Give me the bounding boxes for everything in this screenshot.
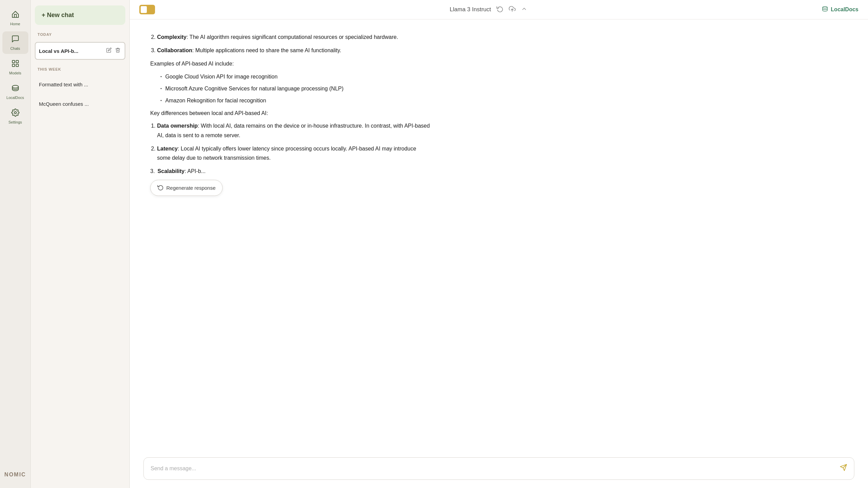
chat-item-actions: [106, 47, 121, 55]
bullet-item-google-text: Google Cloud Vision API for image recogn…: [165, 74, 278, 80]
message-input[interactable]: [151, 465, 840, 472]
regenerate-container: Regenerate response: [150, 180, 430, 196]
send-button[interactable]: [840, 464, 847, 473]
bullet-item-amazon-text: Amazon Rekognition for facial recognitio…: [165, 98, 266, 103]
regenerate-button[interactable]: Regenerate response: [150, 180, 223, 196]
chat-item-title: McQueen confuses ...: [39, 101, 121, 107]
regenerate-label: Regenerate response: [166, 185, 215, 191]
new-chat-button[interactable]: + New chat: [35, 5, 125, 25]
nav-item-models[interactable]: Models: [2, 56, 28, 78]
sidebar: + New chat TODAY Local vs API-b... THIS …: [31, 0, 130, 488]
chat-content: Complexity: The AI algorithm requires si…: [130, 19, 868, 452]
database-icon: [822, 6, 828, 14]
today-section-label: TODAY: [35, 31, 125, 38]
nav-label-home: Home: [10, 22, 20, 26]
latency-text: : Local AI typically offers lower latenc…: [157, 146, 416, 161]
api-examples-intro: Examples of API-based AI include:: [150, 59, 430, 68]
bullet-item-azure: Microsoft Azure Cognitive Services for n…: [160, 84, 430, 93]
key-diff-list: Data ownership: With local AI, data rema…: [157, 121, 430, 162]
left-navigation: Home Chats Models Local: [0, 0, 31, 488]
chat-item-title: Formatted text with ...: [39, 82, 121, 87]
chat-item-mcqueen[interactable]: McQueen confuses ...: [35, 96, 125, 112]
bullet-item-azure-text: Microsoft Azure Cognitive Services for n…: [165, 86, 344, 91]
latency-bold: Latency: [157, 146, 178, 152]
regenerate-icon: [157, 184, 164, 191]
data-ownership-text: : With local AI, data remains on the dev…: [157, 123, 430, 138]
partial-text: Scalability: API-b...: [157, 167, 206, 176]
chat-item-formatted-text[interactable]: Formatted text with ...: [35, 77, 125, 92]
scalability-text: : API-b...: [185, 168, 206, 174]
list-item-collaboration: Collaboration: Multiple applications nee…: [157, 46, 430, 55]
collaboration-text: : Multiple applications need to share th…: [192, 47, 341, 53]
nav-label-localdocs: LocalDocs: [6, 96, 24, 100]
chevron-icon[interactable]: [521, 6, 527, 14]
delete-icon[interactable]: [114, 47, 121, 55]
svg-rect-0: [12, 60, 15, 63]
input-container: [143, 457, 854, 480]
this-week-section-label: THIS WEEK: [35, 66, 125, 73]
key-diff-intro: Key differences between local and API-ba…: [150, 109, 430, 118]
main-content: Llama 3 Instruct: [130, 0, 868, 488]
bullet-item-amazon: Amazon Rekognition for facial recognitio…: [160, 96, 430, 105]
numbered-list-top: Complexity: The AI algorithm requires si…: [157, 32, 430, 55]
localdocs-icon: [11, 84, 19, 94]
nav-item-home[interactable]: Home: [2, 7, 28, 29]
edit-icon[interactable]: [106, 47, 112, 55]
scalability-bold: Scalability: [157, 168, 184, 174]
toggle-button[interactable]: [139, 5, 155, 14]
list-item-complexity: Complexity: The AI algorithm requires si…: [157, 32, 430, 42]
chats-icon: [11, 35, 19, 45]
content-area: Complexity: The AI algorithm requires si…: [150, 32, 430, 196]
partial-item-row: 3. Scalability: API-b...: [150, 167, 430, 176]
nav-item-chats[interactable]: Chats: [2, 31, 28, 54]
refresh-icon[interactable]: [496, 5, 503, 14]
bullet-item-google: Google Cloud Vision API for image recogn…: [160, 72, 430, 81]
partial-num: 3.: [150, 167, 155, 176]
chat-item-local-vs-api[interactable]: Local vs API-b...: [35, 42, 125, 60]
models-icon: [11, 59, 19, 70]
nav-item-settings[interactable]: Settings: [2, 105, 28, 128]
api-examples-list: Google Cloud Vision API for image recogn…: [160, 72, 430, 105]
nomic-logo: NOMIC: [4, 472, 26, 481]
input-area: [130, 452, 868, 488]
partial-item-area: 3. Scalability: API-b... Regenerate resp…: [150, 167, 430, 196]
home-icon: [11, 10, 19, 20]
settings-icon: [11, 109, 19, 119]
chat-item-title: Local vs API-b...: [39, 48, 106, 54]
nav-label-models: Models: [9, 71, 21, 75]
list-item-latency: Latency: Local AI typically offers lower…: [157, 144, 430, 162]
toggle-inner: [141, 6, 147, 13]
list-item-data-ownership: Data ownership: With local AI, data rema…: [157, 121, 430, 140]
complexity-bold: Complexity: [157, 34, 186, 40]
svg-rect-3: [16, 64, 18, 67]
collaboration-bold: Collaboration: [157, 47, 192, 53]
svg-rect-2: [12, 64, 15, 67]
localdocs-label: LocalDocs: [831, 6, 858, 13]
upload-icon[interactable]: [509, 5, 516, 14]
nav-item-localdocs[interactable]: LocalDocs: [2, 81, 28, 103]
header-left: [139, 5, 155, 14]
nav-label-chats: Chats: [10, 46, 20, 51]
svg-point-4: [12, 85, 18, 88]
svg-point-5: [14, 112, 16, 114]
localdocs-button[interactable]: LocalDocs: [822, 6, 858, 14]
svg-point-7: [823, 6, 827, 8]
model-name: Llama 3 Instruct: [450, 6, 491, 13]
complexity-text: : The AI algorithm requires significant …: [186, 34, 398, 40]
nav-label-settings: Settings: [9, 120, 22, 124]
data-ownership-bold: Data ownership: [157, 123, 198, 129]
header: Llama 3 Instruct: [130, 0, 868, 19]
svg-rect-1: [16, 60, 18, 63]
header-center: Llama 3 Instruct: [450, 5, 527, 14]
